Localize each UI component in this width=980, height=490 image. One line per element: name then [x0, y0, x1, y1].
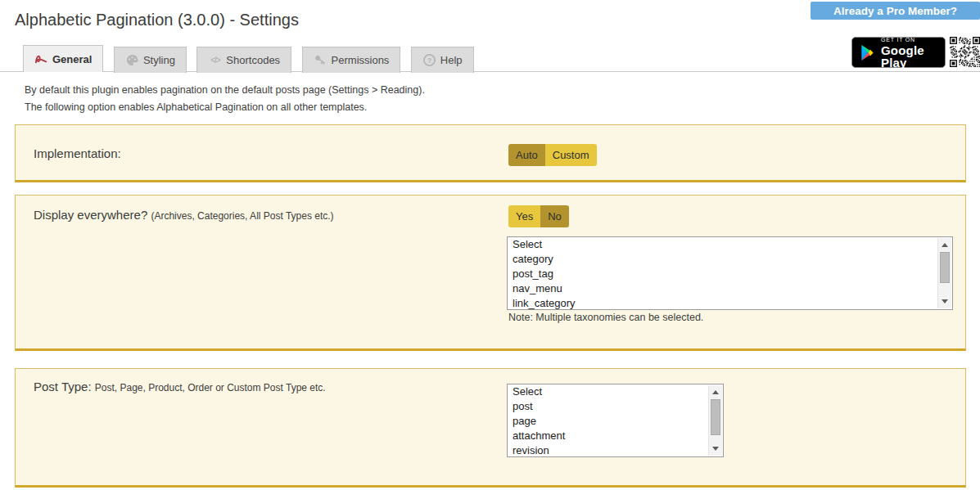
scrollbar-thumb[interactable] [940, 252, 950, 283]
tab-label: Permissions [332, 54, 390, 66]
tab-label: Help [440, 54, 463, 66]
taxonomy-note: Note: Multiple taxonomies can be selecte… [508, 312, 703, 323]
tab-shortcodes[interactable]: </> Shortcodes [196, 47, 291, 73]
scrollbar-thumb[interactable] [711, 399, 720, 435]
tab-permissions[interactable]: Permissions [302, 47, 401, 73]
intro-line-2: The following option enables Alphabetica… [25, 101, 367, 113]
pro-member-button[interactable]: Already a Pro Member? [811, 2, 980, 20]
tab-label: General [52, 53, 92, 65]
tab-label: Styling [143, 54, 175, 66]
post-type-option[interactable]: Select [508, 384, 723, 399]
page-title: Alphabetic Pagination (3.0.0) - Settings [15, 11, 299, 29]
post-type-select[interactable]: Select post page attachment revision [507, 384, 724, 457]
question-icon: ? [422, 53, 436, 67]
tab-help[interactable]: ? Help [411, 47, 474, 73]
tab-general[interactable]: General [23, 45, 103, 72]
post-type-option[interactable]: page [508, 414, 723, 429]
google-play-text: GET IT ON Google Play [881, 37, 937, 69]
display-no-button[interactable]: No [540, 205, 569, 227]
tab-bar: General Styling </> Shortcodes Permissio… [0, 45, 980, 72]
tab-styling[interactable]: Styling [114, 47, 187, 73]
post-type-panel: Post Type: Post, Page, Product, Order or… [15, 368, 966, 488]
post-type-sublabel: Post, Page, Product, Order or Custom Pos… [95, 382, 326, 393]
implementation-auto-button[interactable]: Auto [508, 144, 545, 166]
display-everywhere-label: Display everywhere? (Archives, Categorie… [34, 208, 334, 222]
taxonomy-option[interactable]: nav_menu [508, 281, 952, 296]
post-type-option[interactable]: post [508, 399, 723, 414]
display-everywhere-panel: Display everywhere? (Archives, Categorie… [15, 195, 966, 351]
taxonomy-select[interactable]: Select category post_tag nav_menu link_c… [507, 236, 953, 310]
taxonomy-option[interactable]: category [508, 252, 952, 267]
display-everywhere-toggle: Yes No [508, 205, 569, 227]
taxonomy-option[interactable]: link_category [508, 296, 952, 310]
post-type-option[interactable]: attachment [508, 429, 723, 443]
settings-page: Alphabetic Pagination (3.0.0) - Settings… [0, 0, 980, 490]
implementation-label: Implementation: [34, 146, 121, 160]
post-type-scrollbar[interactable] [708, 385, 722, 456]
post-type-label: Post Type: Post, Page, Product, Order or… [34, 380, 326, 393]
palette-icon [125, 53, 139, 67]
taxonomy-option[interactable]: Select [508, 237, 952, 252]
google-play-badge[interactable]: GET IT ON Google Play [851, 37, 946, 68]
implementation-custom-button[interactable]: Custom [545, 144, 597, 166]
key-icon [314, 53, 327, 67]
get-it-on-label: GET IT ON [881, 37, 937, 43]
scroll-down-icon[interactable] [942, 299, 948, 303]
code-icon: </> [208, 53, 222, 67]
taxonomy-option[interactable]: post_tag [508, 267, 952, 281]
scroll-down-icon[interactable] [712, 447, 719, 451]
plugin-logo-icon [34, 52, 48, 66]
play-store-icon [860, 44, 875, 61]
tab-label: Shortcodes [226, 54, 280, 66]
google-play-label: Google Play [881, 44, 937, 69]
intro-line-1: By default this plugin enables paginatio… [25, 84, 425, 96]
post-type-option[interactable]: revision [508, 443, 723, 457]
scroll-up-icon[interactable] [942, 243, 948, 247]
post-type-main-label: Post Type: [34, 380, 92, 393]
display-everywhere-sublabel: (Archives, Categories, All Post Types et… [151, 210, 333, 222]
implementation-toggle: Auto Custom [508, 144, 597, 166]
display-yes-button[interactable]: Yes [508, 205, 540, 227]
taxonomy-scrollbar[interactable] [937, 238, 951, 308]
qr-code [950, 37, 980, 67]
svg-text:?: ? [427, 56, 431, 65]
display-everywhere-main-label: Display everywhere? [34, 208, 147, 222]
implementation-panel: Implementation: Auto Custom [15, 124, 966, 182]
scroll-up-icon[interactable] [712, 390, 719, 394]
